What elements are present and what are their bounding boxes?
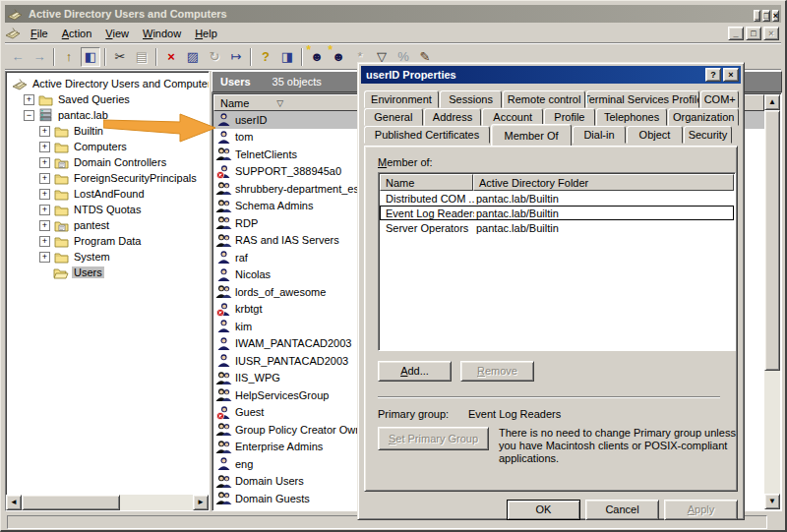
scroll-thumb[interactable] bbox=[22, 495, 120, 510]
tree-expand-box[interactable]: + bbox=[39, 157, 50, 168]
tab-organization[interactable]: Organization bbox=[668, 108, 739, 126]
menu-view[interactable]: View bbox=[98, 25, 136, 42]
member-name: Distributed COM ... bbox=[381, 193, 474, 205]
tree-item-active-directory-users-and-computer[interactable]: Active Directory Users and Computer bbox=[10, 76, 209, 91]
user-icon bbox=[215, 319, 232, 334]
cancel-button[interactable]: Cancel bbox=[585, 500, 659, 520]
tab-security[interactable]: Security bbox=[684, 126, 732, 144]
refresh-icon[interactable]: ↻ bbox=[205, 47, 224, 67]
list-item-label: kim bbox=[235, 321, 252, 332]
tab-remote-control[interactable]: Remote control bbox=[503, 90, 585, 108]
paste-icon[interactable]: ▤ bbox=[132, 47, 151, 67]
list-item-label: Schema Admins bbox=[235, 200, 313, 211]
tree-expand-box[interactable]: + bbox=[39, 189, 50, 200]
menu-file[interactable]: File bbox=[24, 25, 55, 42]
dialog-close-button[interactable]: × bbox=[723, 68, 739, 82]
properties-icon[interactable]: ▨ bbox=[183, 47, 203, 67]
tree-expand-box[interactable]: + bbox=[39, 126, 50, 137]
mdi-restore-button[interactable]: □ bbox=[746, 27, 761, 40]
remove-button[interactable]: Remove bbox=[460, 361, 534, 382]
delete-icon[interactable]: × bbox=[161, 47, 181, 67]
up-one-level-icon[interactable]: ↑ bbox=[59, 47, 79, 67]
tab-address[interactable]: Address bbox=[424, 108, 482, 126]
tree-item-ntds-quotas[interactable]: +NTDS Quotas bbox=[10, 202, 209, 217]
minimize-button[interactable]: _ bbox=[754, 10, 760, 22]
mdi-close-button[interactable]: × bbox=[763, 27, 779, 40]
tree-item-users[interactable]: Users bbox=[10, 265, 209, 280]
tree-horizontal-scrollbar[interactable]: ◄ ► bbox=[6, 495, 209, 510]
tab-published-certificates[interactable]: Published Certificates bbox=[364, 126, 490, 144]
scroll-left-button[interactable]: ◄ bbox=[6, 495, 22, 510]
member-row-server-operators[interactable]: Server Operatorspantac.lab/Builtin bbox=[380, 220, 734, 235]
menu-bar: FileActionViewWindowHelp _□× bbox=[5, 24, 781, 43]
scroll-right-button[interactable]: ► bbox=[193, 495, 209, 510]
tree-expand-box[interactable]: + bbox=[39, 205, 50, 215]
tree-item-lostandfound[interactable]: +LostAndFound bbox=[10, 186, 209, 202]
member-folder: pantac.lab/Builtin bbox=[474, 207, 733, 219]
tree-expand-box[interactable]: + bbox=[39, 173, 50, 184]
cut-icon[interactable]: ✂ bbox=[110, 47, 130, 67]
tab-terminal-services-profile[interactable]: Terminal Services Profile bbox=[586, 90, 699, 108]
member-row-distributed-com-[interactable]: Distributed COM ...pantac.lab/Builtin bbox=[380, 191, 734, 206]
tree-item-program-data[interactable]: +Program Data bbox=[10, 233, 209, 249]
group-icon bbox=[215, 473, 232, 489]
add-button[interactable]: Add... bbox=[378, 361, 452, 382]
menu-window[interactable]: Window bbox=[136, 25, 188, 42]
new-group-icon[interactable]: ☻* bbox=[329, 47, 348, 67]
sort-descending-icon: ▽ bbox=[276, 98, 283, 108]
list-vertical-scrollbar[interactable]: ▲ ▼ bbox=[764, 94, 780, 509]
tab-dial-in[interactable]: Dial-in bbox=[573, 126, 626, 144]
folder-icon bbox=[53, 187, 69, 201]
tree-expand-box[interactable]: + bbox=[39, 142, 50, 152]
tree-expand-box[interactable]: + bbox=[39, 252, 50, 263]
back-icon[interactable]: ← bbox=[8, 47, 28, 67]
tree-item-label: NTDS Quotas bbox=[72, 204, 143, 215]
tab-general[interactable]: General bbox=[364, 108, 423, 126]
dialog-titlebar[interactable]: userID Properties ?× bbox=[361, 66, 741, 84]
apply-button[interactable]: Apply bbox=[664, 500, 738, 520]
menu-action[interactable]: Action bbox=[55, 25, 99, 42]
tree-item-foreignsecurityprincipals[interactable]: +ForeignSecurityPrincipals bbox=[10, 170, 209, 186]
member-name: Event Log Readers bbox=[381, 207, 474, 219]
forward-icon[interactable]: → bbox=[30, 47, 49, 67]
set-primary-group-button[interactable]: Set Primary Group bbox=[378, 427, 489, 450]
tree-item-domain-controllers[interactable]: +Domain Controllers bbox=[10, 154, 209, 170]
domain-icon bbox=[37, 108, 53, 122]
list-item-label: eng bbox=[235, 458, 253, 470]
ok-button[interactable]: OK bbox=[507, 500, 580, 520]
tree-expand-box[interactable]: + bbox=[39, 236, 50, 247]
tree-expand-box[interactable]: − bbox=[24, 110, 34, 121]
tab-telephones[interactable]: Telephones bbox=[596, 108, 668, 126]
tree-expand-box[interactable]: + bbox=[24, 94, 34, 105]
scroll-up-button[interactable]: ▲ bbox=[764, 94, 780, 110]
scroll-down-button[interactable]: ▼ bbox=[764, 494, 780, 509]
tree-item-saved-queries[interactable]: +Saved Queries bbox=[10, 91, 209, 107]
export-list-icon[interactable]: ↦ bbox=[226, 47, 246, 67]
member-of-list[interactable]: Name Active Directory Folder Distributed… bbox=[378, 172, 736, 351]
member-col-name[interactable]: Name bbox=[380, 174, 473, 191]
ou-icon bbox=[53, 155, 69, 169]
tree-item-system[interactable]: +System bbox=[10, 249, 209, 265]
help-icon[interactable]: ? bbox=[256, 47, 275, 67]
dialog-help-button[interactable]: ? bbox=[705, 68, 721, 82]
show-console-tree-icon[interactable]: ◧ bbox=[81, 47, 100, 67]
aduc-app-icon bbox=[7, 7, 23, 21]
window-titlebar[interactable]: Active Directory Users and Computers _□× bbox=[5, 5, 781, 23]
tab-environment[interactable]: Environment bbox=[364, 90, 439, 108]
tab-com-[interactable]: COM+ bbox=[700, 90, 739, 108]
menu-help[interactable]: Help bbox=[188, 25, 224, 42]
scroll-thumb[interactable] bbox=[764, 110, 780, 371]
maximize-button[interactable]: □ bbox=[762, 10, 769, 22]
tree-item-pantest[interactable]: +pantest bbox=[10, 217, 209, 233]
close-button[interactable]: × bbox=[772, 10, 779, 22]
tab-member-of[interactable]: Member Of bbox=[491, 124, 572, 146]
tab-object[interactable]: Object bbox=[627, 126, 683, 144]
new-user-icon[interactable]: ☻* bbox=[307, 47, 327, 67]
tree-expand-box[interactable]: + bbox=[39, 220, 50, 231]
mdi-minimize-button[interactable]: _ bbox=[728, 27, 744, 40]
member-col-folder[interactable]: Active Directory Folder bbox=[473, 174, 734, 191]
tab-sessions[interactable]: Sessions bbox=[440, 90, 502, 108]
member-of-rows: Distributed COM ...pantac.lab/BuiltinEve… bbox=[380, 191, 734, 349]
description-bar-icon[interactable]: ◨ bbox=[277, 47, 297, 67]
member-row-event-log-readers[interactable]: Event Log Readerspantac.lab/Builtin bbox=[380, 206, 734, 220]
